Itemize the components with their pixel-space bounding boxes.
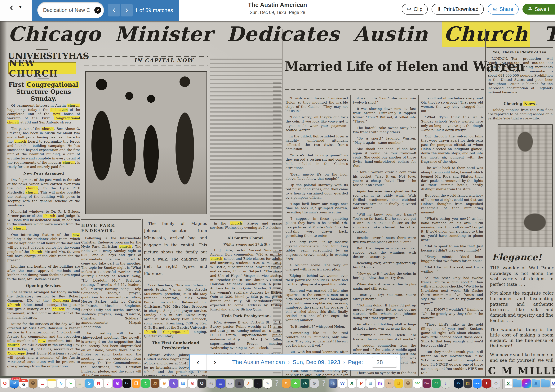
clipboard-tool-icon[interactable]: ✂: [385, 379, 394, 388]
clip-button[interactable]: ✂ Clip: [402, 4, 428, 15]
breadcrumb-title[interactable]: The Austin American: [232, 359, 285, 365]
missing-app-1-icon[interactable]: ?: [272, 379, 281, 388]
search-input[interactable]: [43, 7, 94, 13]
folder-1-icon[interactable]: [513, 380, 521, 387]
clear-search-icon[interactable]: ✕: [94, 7, 101, 14]
envelope-icon: ✉: [493, 6, 497, 12]
reminders-icon[interactable]: ☰: [38, 379, 47, 388]
missing-app-2-icon[interactable]: ?: [319, 379, 328, 388]
apple-news-icon[interactable]: N: [94, 379, 103, 388]
photos-icon[interactable]: ❀: [160, 379, 169, 388]
avatars-icon[interactable]: ☻: [404, 379, 412, 388]
search-hit-highlight: church: [42, 127, 54, 131]
breadcrumb-date[interactable]: Sun, Dec 09, 1923: [293, 359, 340, 365]
photo-booth-icon[interactable]: ◉: [188, 379, 197, 388]
skype-icon[interactable]: S: [85, 379, 94, 388]
quicktime-icon[interactable]: Q: [197, 379, 206, 388]
keynote-icon[interactable]: ▦: [179, 379, 187, 388]
dvd-player-icon[interactable]: ◎: [207, 379, 215, 388]
mail-icon[interactable]: ✉56,902: [10, 379, 19, 388]
maps-icon[interactable]: ➢: [66, 379, 75, 388]
column-hyde-park-endeavor: HDYE PARK ENDEAVOR.Following is the Inte…: [81, 222, 141, 376]
running-indicator: [14, 388, 15, 389]
pages-icon[interactable]: ✎: [282, 379, 291, 388]
crossover-icon[interactable]: ✗: [244, 379, 253, 388]
search-hit-highlight: dedication: [50, 108, 68, 111]
page-number-input[interactable]: 28: [372, 357, 397, 368]
creative-cloud-icon[interactable]: ∞: [522, 379, 531, 388]
search-hit-highlight: Church: [442, 21, 530, 47]
column-rule: [418, 95, 419, 376]
illegible-scan-text: [210, 59, 282, 218]
excel-doc-icon[interactable]: X: [504, 379, 512, 388]
search-hit-highlight: new: [38, 339, 46, 343]
share-button[interactable]: ✉ Share: [488, 4, 519, 15]
contacts-icon[interactable]: ☻: [29, 379, 37, 388]
opera-icon[interactable]: O: [0, 379, 9, 388]
image-capture-icon[interactable]: ▤: [216, 379, 225, 388]
system-settings-icon[interactable]: ⚙: [492, 379, 500, 388]
terminal-icon[interactable]: >_: [254, 379, 262, 388]
save-button[interactable]: ☘ Save t: [522, 4, 555, 15]
prev-page-button[interactable]: ‹: [190, 355, 206, 370]
column-church-notices: in the church. Prayer and praise service…: [210, 221, 282, 376]
acrobat-icon[interactable]: ✦: [482, 379, 491, 388]
search-hit-highlight: church: [230, 222, 242, 225]
internet-globe-icon[interactable]: ◍: [329, 379, 337, 388]
textedit-icon[interactable]: ✎: [263, 379, 272, 388]
garageband-icon[interactable]: ♬: [151, 379, 159, 388]
network-compass-icon[interactable]: ⊘: [310, 379, 319, 388]
next-page-button[interactable]: ›: [206, 355, 223, 370]
green-app-icon[interactable]: ◠: [432, 379, 441, 388]
decorative-rule: [84, 65, 208, 66]
applications-folder-icon[interactable]: A: [532, 380, 540, 387]
music-icon[interactable]: ♪: [104, 379, 112, 388]
star-app-icon[interactable]: ★: [169, 379, 178, 388]
ssc-icon[interactable]: SSC: [413, 379, 422, 388]
back-nav: ‹ ▼: [0, 0, 32, 21]
print-download-button[interactable]: ⬇ Print/Download: [431, 4, 484, 15]
zoom-icon[interactable]: zoom: [473, 379, 482, 388]
notes-icon[interactable]: [47, 379, 56, 388]
powerpoint-icon[interactable]: P: [357, 379, 365, 388]
camera-utility-icon[interactable]: ▦: [235, 379, 244, 388]
voice-app-icon[interactable]: ∿: [57, 379, 66, 388]
calendar-icon[interactable]: 6: [19, 379, 28, 388]
word-icon[interactable]: W: [338, 379, 347, 388]
image-viewer-icon[interactable]: ▦: [366, 379, 375, 388]
screen: ‹ ▼ ✕ ‹ › 1 of 59 matches The Austin Ame…: [0, 0, 555, 392]
dreamweaver-icon[interactable]: Dw: [423, 379, 431, 388]
apple-tv-icon[interactable]: tv: [123, 379, 131, 388]
column-rule: [80, 50, 80, 376]
married-life-col-2: it went into “Four” she would win twelve…: [353, 96, 416, 376]
photo-family-walking: [85, 71, 207, 214]
rubber-duck-icon[interactable]: ◕: [394, 379, 403, 388]
prev-match-button[interactable]: ‹: [108, 4, 120, 16]
mindnode-icon[interactable]: m: [376, 379, 384, 388]
keychain-access-icon[interactable]: ⚿: [464, 379, 472, 388]
printer-utility-icon[interactable]: ▭: [226, 379, 234, 388]
podcasts-icon[interactable]: ◉: [113, 379, 122, 388]
numbers-icon[interactable]: ılı: [291, 379, 300, 388]
chevron-down-icon[interactable]: ▼: [19, 0, 22, 14]
running-indicator: [467, 388, 468, 389]
excel-icon[interactable]: X: [348, 379, 356, 388]
next-match-button[interactable]: ›: [121, 4, 133, 16]
word-doc-icon[interactable]: W: [550, 379, 555, 388]
running-indicator: [445, 388, 446, 389]
search-hit-highlight: church: [67, 104, 80, 107]
leaf-icon: ☘: [528, 6, 532, 12]
remote-install-icon[interactable]: ⇩: [441, 379, 450, 388]
newspaper-page-scan[interactable]: Chicago Minister Dedicates Austin Church…: [0, 21, 555, 377]
back-icon[interactable]: ‹: [10, 0, 14, 14]
books-icon[interactable]: ❐: [132, 379, 140, 388]
decorative-rule: [84, 56, 208, 57]
search-hit-highlight: church: [144, 330, 157, 334]
facetime-icon[interactable]: ✆: [141, 379, 150, 388]
book-stack-icon[interactable]: ≣: [76, 379, 84, 388]
photoshop-icon[interactable]: Ps: [454, 379, 463, 388]
ad-signature-cm-miller: C M MILLER: [488, 365, 555, 377]
folder-2-icon[interactable]: [541, 380, 550, 387]
search-hit-highlight: church: [7, 343, 20, 347]
time-machine-icon[interactable]: ◔: [301, 379, 309, 388]
